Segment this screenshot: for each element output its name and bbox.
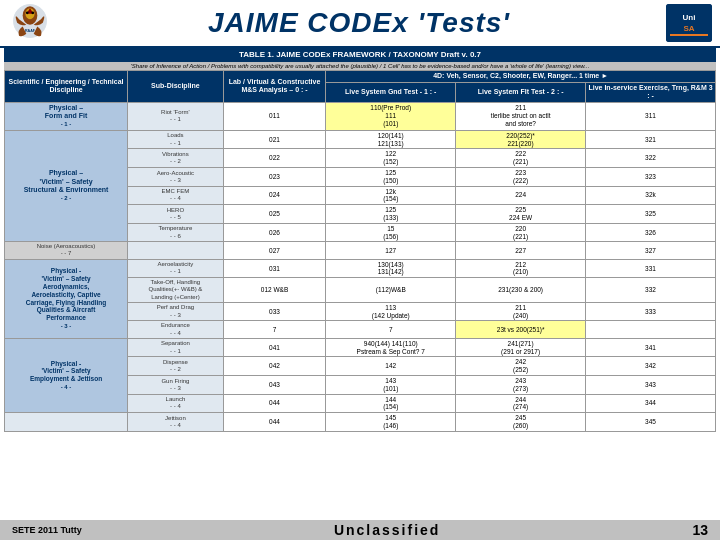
subdiscipline-cell: Launch- - 4 xyxy=(128,394,224,413)
svg-rect-10 xyxy=(670,34,708,36)
data-cell: 012 W&B xyxy=(223,278,326,303)
data-cell: 041 xyxy=(223,338,326,357)
table-row: Noise (Aeroacoustics)- - 7 027 127 227 3… xyxy=(5,242,716,259)
data-cell: 333 xyxy=(586,302,716,321)
data-cell: 227 xyxy=(456,242,586,259)
page-title: JAIME CODEx 'Tests' xyxy=(52,7,666,39)
data-cell: 344 xyxy=(586,394,716,413)
data-cell: 142 xyxy=(326,357,456,376)
logo-left: RAAF xyxy=(8,2,52,44)
data-cell: 225224 EW xyxy=(456,205,586,224)
header: RAAF JAIME CODEx 'Tests' Uni SA xyxy=(0,0,720,48)
data-cell: 326 xyxy=(586,223,716,242)
data-cell: 120(141)121(131) xyxy=(326,130,456,149)
svg-text:RAAF: RAAF xyxy=(25,29,36,33)
svg-text:SA: SA xyxy=(683,24,694,33)
subdiscipline-cell: Take-Off, HandlingQualities(+- W&B) &Lan… xyxy=(128,278,224,303)
data-cell: 222(221) xyxy=(456,149,586,168)
data-cell: 130(143)131(142) xyxy=(326,259,456,278)
data-cell: 323 xyxy=(586,167,716,186)
data-cell: 027 xyxy=(223,242,326,259)
group-cell-3: Physical -'Victim' – SafetyAerodynamics,… xyxy=(5,259,128,338)
data-cell: 042 xyxy=(223,357,326,376)
subdiscipline-cell: Loads- - 1 xyxy=(128,130,224,149)
data-cell: 023 xyxy=(223,167,326,186)
subdiscipline-cell: Noise (Aeroacoustics)- - 7 xyxy=(5,242,128,259)
data-cell: 223(222) xyxy=(456,167,586,186)
data-cell: 125(150) xyxy=(326,167,456,186)
group-cell-2: Physical –'Victim' – SafetyStructural & … xyxy=(5,130,128,242)
subdiscipline-cell: Riot 'Form'- - 1 xyxy=(128,102,224,130)
data-cell: 245(260) xyxy=(456,413,586,432)
data-cell: 342 xyxy=(586,357,716,376)
col-header-4d: 4D: Veh, Sensor, C2, Shooter, EW, Ranger… xyxy=(326,71,716,82)
footer-left-text: SETE 2011 Tutty xyxy=(12,525,82,535)
data-cell: 343 xyxy=(586,375,716,394)
svg-text:Uni: Uni xyxy=(683,13,696,22)
footer-page-number: 13 xyxy=(692,522,708,538)
data-cell: 113(142 Update) xyxy=(326,302,456,321)
footer-bar: SETE 2011 Tutty Unclassified 13 xyxy=(0,520,720,540)
table-container: TABLE 1. JAIME CODEx FRAMEWORK / TAXONOM… xyxy=(0,48,720,432)
data-cell: 125(133) xyxy=(326,205,456,224)
data-cell: 144(154) xyxy=(326,394,456,413)
svg-point-4 xyxy=(26,11,29,14)
subdiscipline-cell xyxy=(5,413,128,432)
data-cell: 23t vs 200(251)* xyxy=(456,321,586,338)
data-cell: 122(152) xyxy=(326,149,456,168)
data-cell: 241(271)(291 or 2917) xyxy=(456,338,586,357)
data-cell: 143(101) xyxy=(326,375,456,394)
data-cell: 12k(154) xyxy=(326,186,456,205)
data-cell: 345 xyxy=(586,413,716,432)
col-header-live-gnd: Live System Gnd Test - 1 : - xyxy=(326,82,456,102)
data-cell: 127 xyxy=(326,242,456,259)
col-header-subdiscipline: Sub-Discipline xyxy=(128,71,224,102)
data-cell: 211(240) xyxy=(456,302,586,321)
data-cell: 044 xyxy=(223,394,326,413)
data-cell: 212(210) xyxy=(456,259,586,278)
data-cell: 145(146) xyxy=(326,413,456,432)
col-header-discipline: Scientific / Engineering / Technical Dis… xyxy=(5,71,128,102)
footer-center-text: Unclassified xyxy=(334,522,440,538)
data-cell: 325 xyxy=(586,205,716,224)
subdiscipline-cell: EMC FEM- - 4 xyxy=(128,186,224,205)
data-cell: 026 xyxy=(223,223,326,242)
data-cell: 32k xyxy=(586,186,716,205)
data-cell: 7 xyxy=(223,321,326,338)
group-cell-4: Physical -'Victim' – SafetyEmployment & … xyxy=(5,338,128,412)
table-row: Jettison- - 4 044 145(146) 245(260) 345 xyxy=(5,413,716,432)
data-cell: 025 xyxy=(223,205,326,224)
table-row: Physical -'Victim' – SafetyEmployment & … xyxy=(5,338,716,357)
col-header-live-flt: Live System FIt Test - 2 : - xyxy=(456,82,586,102)
data-cell: 043 xyxy=(223,375,326,394)
main-table: Scientific / Engineering / Technical Dis… xyxy=(4,70,716,431)
data-cell: 7 xyxy=(326,321,456,338)
data-cell: 211tlerlibe struct on actltand store? xyxy=(456,102,586,130)
subdiscipline-cell: Perf and Drag- - 3 xyxy=(128,302,224,321)
table-title: TABLE 1. JAIME CODEx FRAMEWORK / TAXONOM… xyxy=(4,48,716,62)
subdiscipline-cell: Aero-Acoustic- - 3 xyxy=(128,167,224,186)
subdiscipline-cell: Aeroelasticity- - 1 xyxy=(128,259,224,278)
svg-rect-7 xyxy=(666,4,712,42)
table-subtitle: 'Share of Inference of Action / Problems… xyxy=(4,62,716,70)
data-cell: 332 xyxy=(586,278,716,303)
table-row: Physical -'Victim' – SafetyAerodynamics,… xyxy=(5,259,716,278)
subdiscipline-cell: Gun Firing- - 3 xyxy=(128,375,224,394)
data-cell: 021 xyxy=(223,130,326,149)
data-cell: 024 xyxy=(223,186,326,205)
subdiscipline-cell: Vibrations- - 2 xyxy=(128,149,224,168)
group-cell-1: Physical –Form and Fit- 1 - xyxy=(5,102,128,130)
data-cell: 110(Pre Prod)111(101) xyxy=(326,102,456,130)
data-cell: 022 xyxy=(223,149,326,168)
subdiscipline-cell: Dispense- - 2 xyxy=(128,357,224,376)
data-cell: 940(144) 141(110)Pstream & Sep Cont? 7 xyxy=(326,338,456,357)
data-cell: 327 xyxy=(586,242,716,259)
data-cell: 322 xyxy=(586,149,716,168)
data-cell: 011 xyxy=(223,102,326,130)
subdiscipline-cell xyxy=(128,242,224,259)
data-cell: 244(274) xyxy=(456,394,586,413)
col-header-lab: Lab / Virtual & Constructive M&S Analysi… xyxy=(223,71,326,102)
data-cell: 224 xyxy=(456,186,586,205)
data-cell: 331 xyxy=(586,259,716,278)
data-cell xyxy=(586,321,716,338)
